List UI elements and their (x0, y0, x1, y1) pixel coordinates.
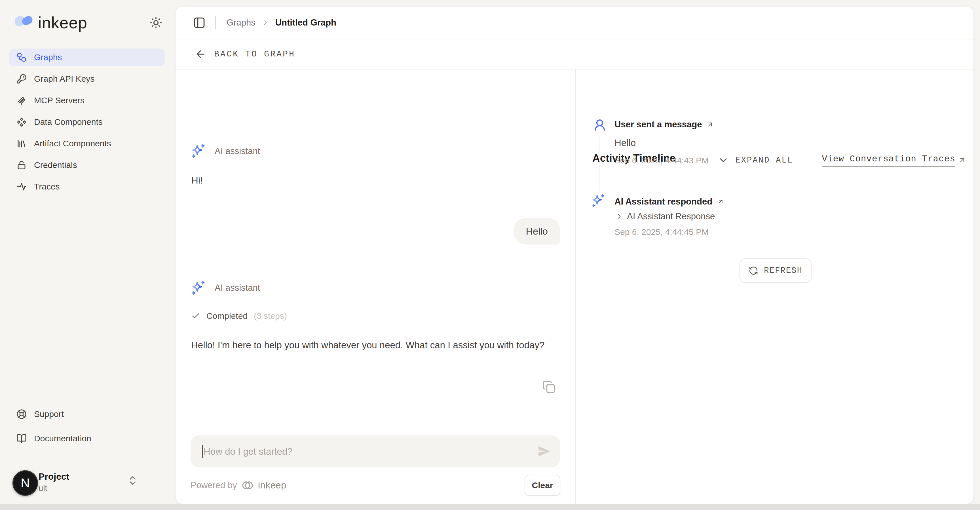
event-body: Hello (614, 137, 636, 148)
header-divider (215, 16, 216, 29)
inkeep-logo-icon (15, 14, 33, 31)
sparkles-icon (190, 143, 206, 159)
sidebar-item-label: Traces (34, 182, 60, 191)
expand-all-button[interactable]: EXPAND ALL (735, 156, 793, 165)
sidebar-item-data-components[interactable]: Data Components (9, 113, 165, 131)
send-icon[interactable] (537, 445, 551, 458)
sidebar-item-label: Support (34, 409, 64, 419)
sidebar-item-label: Artifact Components (34, 139, 111, 148)
sparkles-icon (590, 193, 605, 209)
sidebar-item-label: Graphs (34, 53, 62, 62)
user-icon (593, 118, 606, 132)
assistant-label: AI assistant (215, 283, 260, 293)
completion-status[interactable]: Completed (3 steps) (191, 311, 287, 321)
arrow-left-icon (195, 48, 206, 60)
assistant-message-header: AI assistant (190, 280, 260, 296)
sidebar-item-graphs[interactable]: Graphs (9, 48, 165, 66)
assistant-message: Hello! I'm here to help you with whateve… (191, 337, 563, 353)
sidebar-item-label: Documentation (34, 434, 91, 443)
clear-label: Clear (532, 480, 553, 490)
sidebar-item-documentation[interactable]: Documentation (9, 429, 165, 448)
chevron-down-icon[interactable] (718, 155, 729, 166)
sidebar-item-graph-api-keys[interactable]: Graph API Keys (9, 70, 165, 88)
powered-by[interactable]: Powered by inkeep (191, 480, 286, 491)
sidebar-footer-nav: Support Documentation (9, 405, 165, 448)
view-traces-label: View Conversation Traces (822, 154, 955, 166)
sidebar-item-label: MCP Servers (34, 96, 84, 105)
timeline-event-link[interactable]: AI Assistant responded (614, 196, 724, 207)
activity-timeline-panel: Activity Timeline EXPAND ALL View Conver… (576, 70, 974, 504)
chevrons-up-down-icon (127, 475, 138, 486)
sidebar-item-label: Credentials (34, 160, 77, 170)
event-timestamp: Sep 6, 2025, 4:44:45 PM (614, 227, 709, 237)
library-icon (16, 139, 27, 149)
mcp-icon (16, 95, 27, 105)
inkeep-logo[interactable]: inkeep (15, 13, 88, 32)
back-to-graph-button[interactable]: BACK TO GRAPH (175, 40, 974, 70)
sidebar-item-credentials[interactable]: Credentials (9, 156, 165, 174)
window-bottom-edge (0, 504, 980, 510)
chat-panel: AI assistant Hi! Hello AI assistant Comp… (175, 70, 576, 504)
panel-left-toggle-icon[interactable] (193, 16, 205, 29)
refresh-icon (749, 266, 758, 276)
assistant-message: Hi! (191, 175, 203, 186)
assistant-message-header: AI assistant (190, 143, 260, 159)
lock-icon (16, 160, 27, 170)
timeline-event-link[interactable]: User sent a message (614, 120, 714, 130)
workflow-icon (16, 52, 27, 62)
component-icon (16, 117, 27, 127)
theme-toggle-button[interactable] (149, 16, 163, 30)
sidebar-item-traces[interactable]: Traces (9, 178, 165, 195)
response-expander[interactable]: AI Assistant Response (616, 211, 715, 222)
powered-brand: inkeep (258, 480, 286, 491)
sidebar-item-label: Data Components (34, 117, 103, 127)
text-caret (202, 445, 203, 458)
breadcrumb: Graphs Untitled Graph (227, 18, 336, 28)
breadcrumb-current: Untitled Graph (275, 18, 336, 28)
book-open-icon (16, 434, 27, 444)
main-card: Graphs Untitled Graph BACK TO GRAPH AI a… (175, 6, 974, 504)
powered-by-label: Powered by (191, 480, 237, 491)
sidebar-item-support[interactable]: Support (9, 405, 165, 423)
sparkles-icon (190, 280, 206, 296)
project-info: Project ult (38, 472, 69, 493)
sidebar-item-label: Graph API Keys (34, 74, 94, 84)
check-icon (191, 311, 200, 320)
sun-icon (150, 16, 162, 29)
sidebar-nav: Graphs Graph API Keys MCP Servers Data C… (9, 48, 165, 195)
inkeep-wordmark: inkeep (38, 13, 88, 32)
project-name: Project (38, 472, 69, 482)
life-buoy-icon (16, 409, 27, 419)
clear-button[interactable]: Clear (525, 475, 560, 496)
project-subtitle: ult (38, 484, 69, 493)
sidebar: inkeep Graphs Graph API Keys MCP Servers… (0, 0, 175, 510)
sidebar-header: inkeep (15, 13, 163, 33)
activity-icon (16, 182, 27, 192)
avatar-n-badge[interactable]: N (13, 470, 38, 496)
card-content: AI assistant Hi! Hello AI assistant Comp… (175, 70, 974, 504)
event-title: User sent a message (614, 120, 702, 130)
chat-input-box (191, 435, 560, 467)
chevron-right-icon (262, 19, 269, 26)
arrow-up-right-icon (958, 156, 966, 164)
view-conversation-traces-link[interactable]: View Conversation Traces (822, 154, 966, 166)
copy-icon[interactable] (542, 380, 555, 394)
key-icon (16, 74, 27, 84)
status-label: Completed (207, 311, 248, 321)
chat-input[interactable] (203, 435, 526, 468)
sidebar-item-mcp-servers[interactable]: MCP Servers (9, 92, 165, 109)
back-to-graph-label: BACK TO GRAPH (214, 49, 295, 59)
event-timestamp: Sep 6, 2025, 4:44:43 PM (614, 156, 709, 165)
chevron-right-icon (616, 213, 623, 220)
sidebar-item-artifact-components[interactable]: Artifact Components (9, 135, 165, 152)
user-message-bubble: Hello (514, 218, 560, 244)
breadcrumb-parent[interactable]: Graphs (227, 18, 256, 28)
card-header: Graphs Untitled Graph (175, 6, 974, 40)
refresh-label: REFRESH (764, 266, 802, 276)
expander-label: AI Assistant Response (627, 211, 715, 222)
event-title: AI Assistant responded (614, 196, 712, 207)
refresh-button[interactable]: REFRESH (740, 258, 811, 283)
inkeep-outline-icon (242, 480, 253, 491)
avatar-letter: N (21, 476, 30, 490)
arrow-up-right-icon (717, 198, 724, 206)
